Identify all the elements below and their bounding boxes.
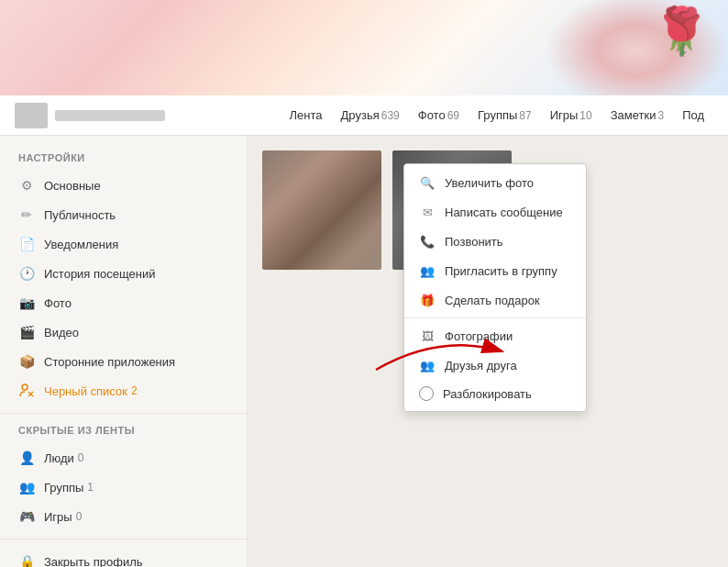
sidebar-item-close-profile[interactable]: 🔒 Закрыть профиль [0, 547, 247, 567]
sidebar-item-chernyi[interactable]: Черный список 2 [0, 376, 247, 406]
profile-banner [0, 0, 728, 95]
content-area: 🔍 Увеличить фото ✉ Написать сообщение 📞 … [248, 136, 728, 567]
sidebar-item-video[interactable]: 🎬 Видео [0, 317, 247, 347]
nav-lenta[interactable]: Лента [281, 95, 332, 136]
cm-separator [404, 317, 586, 318]
blacklist-icon [18, 383, 35, 399]
nav-foto[interactable]: Фото 69 [409, 95, 469, 136]
gift-icon: 🎁 [419, 292, 436, 308]
camera-icon: 📷 [18, 295, 35, 311]
sidebar-item-publichnost[interactable]: ✏ Публичность [0, 200, 247, 229]
sidebar-divider-2 [0, 539, 247, 539]
groups-icon: 👥 [18, 479, 35, 495]
nav-igry[interactable]: Игры 10 [541, 95, 601, 136]
profile-bar: Лента Друзья 639 Фото 69 Группы 87 Игры … [0, 95, 728, 136]
history-icon: 🕐 [18, 265, 35, 282]
cm-razblokirovat[interactable]: Разблокировать [404, 380, 586, 407]
cm-pozvonit[interactable]: 📞 Позвонить [404, 227, 586, 256]
message-icon: ✉ [419, 204, 436, 220]
unlock-icon [419, 386, 434, 401]
nav-pod[interactable]: Под [673, 95, 713, 136]
sidebar-item-istoriya[interactable]: 🕐 История посещений [0, 259, 247, 288]
hidden-section-title: СКРЫТЫЕ ИЗ ЛЕНТЫ [0, 421, 247, 443]
sidebar-divider [0, 413, 247, 414]
apps-icon: 📦 [18, 353, 35, 370]
cm-uvelichit[interactable]: 🔍 Увеличить фото [404, 168, 586, 197]
sidebar-item-foto[interactable]: 📷 Фото [0, 288, 247, 317]
lock-icon: 🔒 [18, 553, 35, 567]
sidebar-item-storonnie[interactable]: 📦 Сторонние приложения [0, 347, 247, 376]
phone-icon: 📞 [419, 233, 436, 250]
sidebar: НАСТРОЙКИ ⚙ Основные ✏ Публичность 📄 Уве… [0, 136, 248, 567]
photo-thumbnail-1[interactable] [262, 150, 381, 270]
people-icon: 👤 [18, 450, 35, 466]
nav-druzya[interactable]: Друзья 639 [332, 95, 409, 136]
settings-section-title: НАСТРОЙКИ [0, 149, 247, 171]
edit-icon: ✏ [18, 206, 35, 223]
main-layout: НАСТРОЙКИ ⚙ Основные ✏ Публичность 📄 Уве… [0, 136, 728, 567]
profile-nav: Лента Друзья 639 Фото 69 Группы 87 Игры … [281, 95, 713, 136]
invite-icon: 👥 [419, 262, 436, 279]
cm-napisat[interactable]: ✉ Написать сообщение [404, 197, 586, 227]
profile-name [55, 110, 165, 121]
sidebar-item-lyudi[interactable]: 👤 Люди 0 [0, 443, 247, 472]
games-icon: 🎮 [18, 508, 35, 525]
nav-gruppy[interactable]: Группы 87 [469, 95, 541, 136]
sidebar-item-gruppy-hidden[interactable]: 👥 Группы 1 [0, 472, 247, 502]
notification-icon: 📄 [18, 236, 35, 252]
zoom-icon: 🔍 [419, 174, 436, 191]
profile-avatar [15, 103, 48, 128]
video-icon: 🎬 [18, 324, 35, 340]
cm-sdelat[interactable]: 🎁 Сделать подарок [404, 285, 586, 315]
arrow-annotation [367, 324, 513, 382]
sidebar-item-osnovnye[interactable]: ⚙ Основные [0, 171, 247, 200]
nav-zametki[interactable]: Заметки 3 [601, 95, 673, 136]
svg-point-0 [22, 384, 28, 390]
sidebar-item-uvedomleniya[interactable]: 📄 Уведомления [0, 229, 247, 259]
sidebar-item-igry-hidden[interactable]: 🎮 Игры 0 [0, 502, 247, 531]
cm-priglasit[interactable]: 👥 Пригласить в группу [404, 256, 586, 285]
gear-icon: ⚙ [18, 177, 35, 194]
